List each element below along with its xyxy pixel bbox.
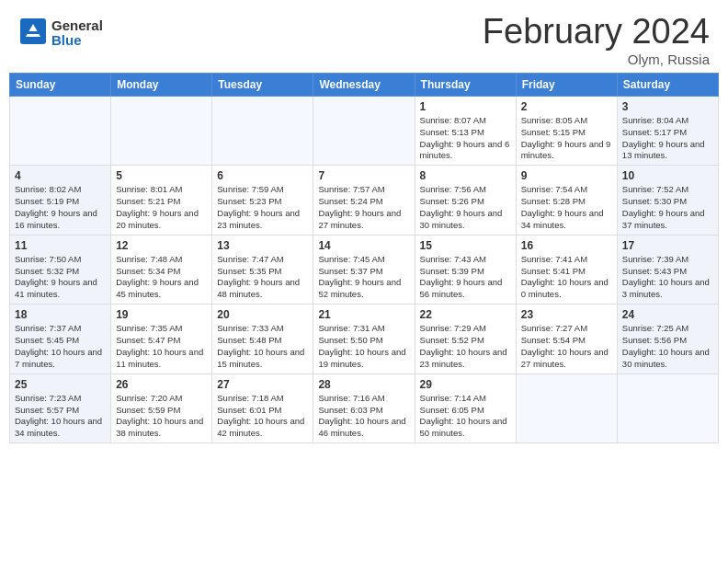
daylight-text: Daylight: 10 hours and 15 minutes.	[217, 347, 308, 371]
daylight-text: Daylight: 10 hours and 19 minutes.	[318, 347, 409, 371]
sunrise-text: Sunrise: 7:54 AM	[521, 184, 612, 196]
header-wednesday: Wednesday	[313, 73, 415, 96]
sunset-text: Sunset: 5:24 PM	[318, 196, 409, 208]
table-row: 17Sunrise: 7:39 AMSunset: 5:43 PMDayligh…	[617, 235, 718, 304]
sunset-text: Sunset: 6:01 PM	[217, 405, 308, 417]
calendar-week-row: 25Sunrise: 7:23 AMSunset: 5:57 PMDayligh…	[10, 373, 719, 442]
sunrise-text: Sunrise: 7:57 AM	[318, 184, 409, 196]
table-row: 21Sunrise: 7:31 AMSunset: 5:50 PMDayligh…	[313, 304, 415, 373]
sunset-text: Sunset: 5:17 PM	[622, 127, 713, 139]
daylight-text: Daylight: 9 hours and 20 minutes.	[116, 208, 207, 232]
table-row	[111, 96, 212, 165]
table-row: 28Sunrise: 7:16 AMSunset: 6:03 PMDayligh…	[313, 373, 415, 442]
sunrise-text: Sunrise: 7:56 AM	[420, 184, 511, 196]
daylight-text: Daylight: 9 hours and 30 minutes.	[420, 208, 511, 232]
sunrise-text: Sunrise: 7:23 AM	[15, 393, 106, 405]
daylight-text: Daylight: 10 hours and 38 minutes.	[116, 416, 207, 440]
daylight-text: Daylight: 9 hours and 37 minutes.	[622, 208, 713, 232]
sunset-text: Sunset: 5:43 PM	[622, 266, 713, 278]
logo-icon	[18, 17, 48, 46]
sunset-text: Sunset: 5:13 PM	[420, 127, 511, 139]
day-number: 10	[622, 168, 713, 183]
day-number: 15	[420, 238, 511, 253]
day-number: 18	[15, 307, 106, 322]
header-friday: Friday	[516, 73, 617, 96]
sunset-text: Sunset: 5:45 PM	[15, 335, 106, 347]
sunset-text: Sunset: 5:26 PM	[420, 196, 511, 208]
table-row: 2Sunrise: 8:05 AMSunset: 5:15 PMDaylight…	[516, 96, 617, 165]
sunset-text: Sunset: 5:32 PM	[15, 266, 106, 278]
day-number: 4	[15, 168, 106, 183]
sunset-text: Sunset: 6:05 PM	[420, 405, 511, 417]
table-row: 4Sunrise: 8:02 AMSunset: 5:19 PMDaylight…	[10, 166, 111, 235]
day-number: 25	[15, 377, 106, 392]
sunset-text: Sunset: 5:30 PM	[622, 196, 713, 208]
day-number: 3	[622, 99, 713, 114]
table-row	[617, 373, 718, 442]
sunset-text: Sunset: 5:35 PM	[217, 266, 308, 278]
daylight-text: Daylight: 9 hours and 48 minutes.	[217, 277, 308, 301]
daylight-text: Daylight: 10 hours and 0 minutes.	[521, 277, 612, 301]
table-row: 23Sunrise: 7:27 AMSunset: 5:54 PMDayligh…	[516, 304, 617, 373]
day-number: 28	[318, 377, 409, 392]
sunset-text: Sunset: 5:15 PM	[521, 127, 612, 139]
sunset-text: Sunset: 5:57 PM	[15, 405, 106, 417]
table-row: 25Sunrise: 7:23 AMSunset: 5:57 PMDayligh…	[10, 373, 111, 442]
header-tuesday: Tuesday	[212, 73, 313, 96]
daylight-text: Daylight: 9 hours and 45 minutes.	[116, 277, 207, 301]
daylight-text: Daylight: 10 hours and 11 minutes.	[116, 347, 207, 371]
sunrise-text: Sunrise: 8:04 AM	[622, 115, 713, 127]
sunset-text: Sunset: 5:21 PM	[116, 196, 207, 208]
day-number: 12	[116, 238, 207, 253]
daylight-text: Daylight: 9 hours and 41 minutes.	[15, 277, 106, 301]
day-number: 9	[521, 168, 612, 183]
table-row: 8Sunrise: 7:56 AMSunset: 5:26 PMDaylight…	[415, 166, 516, 235]
sunrise-text: Sunrise: 7:52 AM	[622, 184, 713, 196]
daylight-text: Daylight: 10 hours and 46 minutes.	[318, 416, 409, 440]
day-number: 27	[217, 377, 308, 392]
sunset-text: Sunset: 5:54 PM	[521, 335, 612, 347]
sunrise-text: Sunrise: 7:43 AM	[420, 254, 511, 266]
sunrise-text: Sunrise: 7:31 AM	[318, 323, 409, 335]
sunrise-text: Sunrise: 7:27 AM	[521, 323, 612, 335]
day-number: 7	[318, 168, 409, 183]
day-number: 24	[622, 307, 713, 322]
sunrise-text: Sunrise: 7:41 AM	[521, 254, 612, 266]
daylight-text: Daylight: 10 hours and 27 minutes.	[521, 347, 612, 371]
table-row: 15Sunrise: 7:43 AMSunset: 5:39 PMDayligh…	[415, 235, 516, 304]
day-number: 21	[318, 307, 409, 322]
sunset-text: Sunset: 6:03 PM	[318, 405, 409, 417]
day-number: 2	[521, 99, 612, 114]
sunrise-text: Sunrise: 7:37 AM	[15, 323, 106, 335]
title-block: February 2024 Olym, Russia	[483, 13, 710, 67]
logo-mark	[18, 17, 48, 50]
day-number: 14	[318, 238, 409, 253]
daylight-text: Daylight: 9 hours and 6 minutes.	[420, 139, 511, 163]
daylight-text: Daylight: 9 hours and 23 minutes.	[217, 208, 308, 232]
sunrise-text: Sunrise: 7:29 AM	[420, 323, 511, 335]
weekday-header-row: Sunday Monday Tuesday Wednesday Thursday…	[10, 73, 719, 96]
table-row	[313, 96, 415, 165]
sunrise-text: Sunrise: 7:45 AM	[318, 254, 409, 266]
table-row	[516, 373, 617, 442]
sunrise-text: Sunrise: 7:33 AM	[217, 323, 308, 335]
sunset-text: Sunset: 5:23 PM	[217, 196, 308, 208]
table-row	[212, 96, 313, 165]
sunrise-text: Sunrise: 7:48 AM	[116, 254, 207, 266]
day-number: 26	[116, 377, 207, 392]
daylight-text: Daylight: 9 hours and 56 minutes.	[420, 277, 511, 301]
sunrise-text: Sunrise: 7:14 AM	[420, 393, 511, 405]
sunset-text: Sunset: 5:59 PM	[116, 405, 207, 417]
daylight-text: Daylight: 10 hours and 3 minutes.	[622, 277, 713, 301]
sunset-text: Sunset: 5:47 PM	[116, 335, 207, 347]
daylight-text: Daylight: 10 hours and 34 minutes.	[15, 416, 106, 440]
day-number: 1	[420, 99, 511, 114]
table-row: 22Sunrise: 7:29 AMSunset: 5:52 PMDayligh…	[415, 304, 516, 373]
calendar-week-row: 1Sunrise: 8:07 AMSunset: 5:13 PMDaylight…	[10, 96, 719, 165]
daylight-text: Daylight: 9 hours and 27 minutes.	[318, 208, 409, 232]
sunset-text: Sunset: 5:56 PM	[622, 335, 713, 347]
calendar-table: Sunday Monday Tuesday Wednesday Thursday…	[9, 73, 719, 443]
logo-text: General Blue	[51, 18, 103, 49]
table-row: 6Sunrise: 7:59 AMSunset: 5:23 PMDaylight…	[212, 166, 313, 235]
table-row: 27Sunrise: 7:18 AMSunset: 6:01 PMDayligh…	[212, 373, 313, 442]
